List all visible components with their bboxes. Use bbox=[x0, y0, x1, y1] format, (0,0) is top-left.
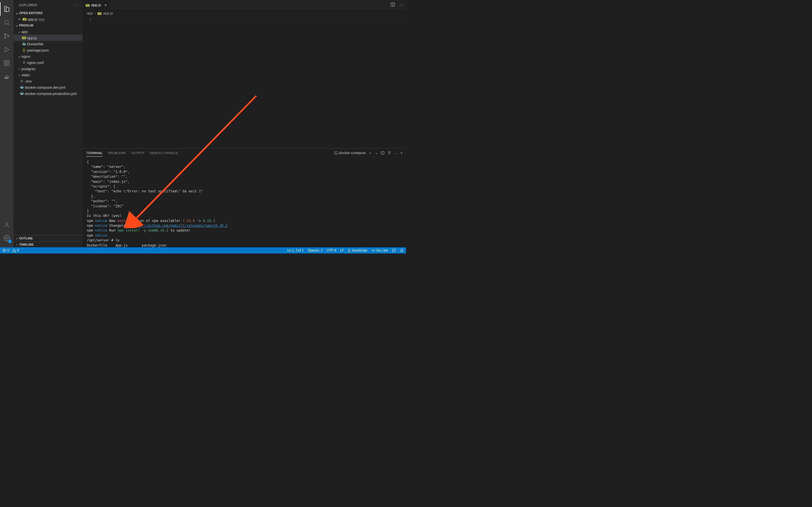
file-env[interactable]: ⚙ .env bbox=[13, 78, 83, 84]
kill-terminal-icon[interactable] bbox=[388, 151, 391, 155]
json-file-icon: {} bbox=[21, 48, 27, 52]
tab-label: app.js bbox=[91, 3, 101, 7]
terminal-line: "license": "ISC" bbox=[87, 204, 402, 209]
source-control-icon[interactable] bbox=[0, 29, 13, 43]
status-language[interactable]: {} JavaScript bbox=[348, 248, 367, 252]
terminal-line: "version": "1.0.0", bbox=[87, 170, 402, 174]
svg-point-8 bbox=[6, 223, 8, 225]
file-docker-compose-prod[interactable]: 🐳 docker-compose.production.yml bbox=[13, 91, 83, 97]
timeline-section[interactable]: › TIMELINE bbox=[13, 241, 83, 247]
config-file-icon: ⚙ bbox=[21, 61, 27, 64]
explorer-more-icon[interactable]: ··· bbox=[73, 3, 78, 7]
terminal-line: npm notice bbox=[87, 233, 402, 238]
js-file-icon: JS bbox=[22, 18, 27, 20]
editor-gutter: 1 bbox=[83, 16, 96, 148]
status-errors[interactable]: 0 bbox=[2, 248, 9, 252]
svg-rect-4 bbox=[4, 61, 6, 62]
docker-icon[interactable] bbox=[0, 70, 13, 83]
terminal-dropdown-icon[interactable]: ⌄ bbox=[375, 151, 378, 155]
status-golive[interactable]: Go Live bbox=[371, 248, 388, 252]
status-warnings[interactable]: 0 bbox=[12, 248, 19, 252]
folder-postgres[interactable]: › postgres bbox=[13, 66, 83, 72]
js-file-icon: JS bbox=[98, 11, 101, 15]
split-editor-icon[interactable] bbox=[389, 1, 396, 9]
tab-terminal[interactable]: TERMINAL bbox=[86, 150, 103, 157]
settings-gear-icon[interactable]: 1 bbox=[0, 231, 13, 245]
editor-body[interactable]: 1 bbox=[83, 16, 406, 148]
folder-label: postgres bbox=[21, 67, 36, 71]
svg-point-9 bbox=[6, 237, 8, 239]
folder-nginx[interactable]: ⌄ nginx bbox=[13, 53, 83, 59]
svg-point-2 bbox=[4, 37, 6, 39]
svg-point-17 bbox=[373, 250, 374, 251]
config-file-icon: ⚙ bbox=[19, 79, 24, 83]
status-warnings-count: 0 bbox=[17, 248, 19, 252]
search-icon[interactable] bbox=[0, 16, 13, 29]
chevron-right-icon: › bbox=[17, 73, 21, 77]
file-docker-compose-dev[interactable]: 🐳 docker-compose.dev.yml bbox=[13, 84, 83, 91]
terminal-line: { bbox=[87, 160, 402, 165]
file-package-json[interactable]: {} package.json bbox=[13, 47, 83, 53]
split-terminal-icon[interactable] bbox=[380, 151, 385, 155]
panel-tabs: TERMINAL PROBLEMS OUTPUT DEBUG CONSOLE d… bbox=[83, 149, 406, 158]
terminal-body[interactable]: { "name": "server", "version": "1.0.0", … bbox=[83, 158, 406, 247]
braces-icon: {} bbox=[348, 248, 350, 252]
open-editors-section[interactable]: ⌄ OPEN EDITORS bbox=[13, 10, 83, 16]
close-icon[interactable]: × bbox=[105, 3, 107, 7]
tab-debug-console[interactable]: DEBUG CONSOLE bbox=[150, 150, 178, 156]
folder-static[interactable]: › static bbox=[13, 72, 83, 78]
breadcrumbs[interactable]: app › JS app.js bbox=[83, 10, 406, 16]
run-debug-icon[interactable] bbox=[0, 43, 13, 56]
code-line[interactable] bbox=[96, 17, 406, 22]
more-actions-icon[interactable]: ··· bbox=[398, 2, 404, 8]
project-section[interactable]: ⌄ PROGLIB bbox=[13, 22, 83, 29]
terminal-line: "author": "", bbox=[87, 199, 402, 204]
open-editor-item[interactable]: × JS app.js app bbox=[13, 16, 83, 22]
status-feedback-icon[interactable] bbox=[392, 248, 396, 252]
accounts-icon[interactable] bbox=[0, 218, 13, 231]
file-app-js[interactable]: JS app.js bbox=[13, 35, 83, 41]
svg-rect-12 bbox=[335, 152, 338, 154]
terminal-name[interactable]: docker-compose bbox=[334, 151, 366, 155]
terminal-line: "scripts": { bbox=[87, 184, 402, 189]
docker-file-icon: 🐳 bbox=[21, 42, 27, 46]
code-surface[interactable] bbox=[96, 16, 406, 148]
svg-point-1 bbox=[4, 34, 6, 35]
explorer-header: EXPLORER ··· bbox=[13, 0, 83, 10]
maximize-panel-icon[interactable]: ︿ bbox=[394, 151, 398, 156]
chevron-down-icon: ⌄ bbox=[17, 54, 21, 58]
terminal-line: }, bbox=[87, 194, 402, 199]
explorer-icon[interactable] bbox=[0, 2, 13, 16]
extensions-icon[interactable] bbox=[0, 56, 13, 70]
status-eol[interactable]: LF bbox=[340, 248, 344, 252]
project-label: PROGLIB bbox=[19, 24, 33, 27]
tab-problems[interactable]: PROBLEMS bbox=[108, 150, 126, 156]
close-icon[interactable]: × bbox=[17, 17, 21, 21]
chevron-right-icon: › bbox=[15, 243, 19, 246]
tabs-bar: JS app.js × ··· bbox=[83, 0, 406, 10]
status-language-label: JavaScript bbox=[352, 248, 367, 252]
tab-app-js[interactable]: JS app.js × bbox=[83, 0, 110, 10]
file-dockerfile[interactable]: 🐳 Dockerfile bbox=[13, 41, 83, 47]
chevron-right-icon: › bbox=[17, 67, 21, 71]
breadcrumb-segment[interactable]: app.js bbox=[103, 11, 113, 15]
status-encoding[interactable]: UTF-8 bbox=[327, 248, 336, 252]
chevron-right-icon: › bbox=[15, 237, 19, 240]
chevron-right-icon: › bbox=[95, 11, 96, 15]
status-spaces[interactable]: Spaces: 2 bbox=[308, 248, 322, 252]
terminal-line: /opt/server # ls bbox=[87, 238, 402, 243]
breadcrumb-segment[interactable]: app bbox=[87, 11, 93, 15]
status-bell-icon[interactable] bbox=[400, 248, 404, 252]
terminal-line: npm notice Run npm install -g npm@8.19.2… bbox=[87, 228, 402, 233]
outline-section[interactable]: › OUTLINE bbox=[13, 235, 83, 241]
explorer-title: EXPLORER bbox=[19, 3, 37, 7]
folder-app[interactable]: ⌄ app bbox=[13, 29, 83, 35]
file-label: package.json bbox=[27, 48, 49, 52]
tab-output[interactable]: OUTPUT bbox=[131, 150, 145, 156]
new-terminal-icon[interactable]: ＋ bbox=[368, 151, 372, 156]
open-editor-dir: app bbox=[39, 17, 45, 21]
status-golive-label: Go Live bbox=[376, 248, 388, 252]
status-lncol[interactable]: Ln 1, Col 1 bbox=[287, 248, 304, 252]
close-panel-icon[interactable]: × bbox=[401, 151, 403, 155]
file-nginx-conf[interactable]: ⚙ nginx.conf bbox=[13, 59, 83, 66]
